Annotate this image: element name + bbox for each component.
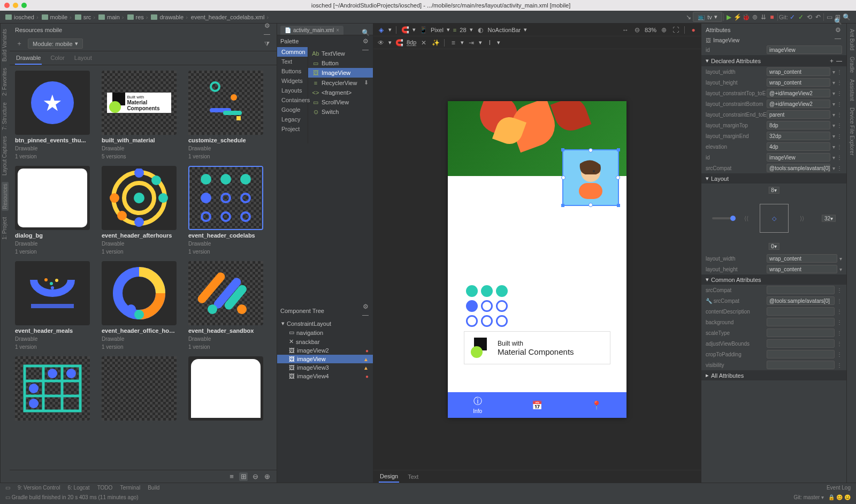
attr-field[interactable] bbox=[767, 286, 835, 294]
attr-field[interactable] bbox=[767, 307, 835, 316]
profiler-icon[interactable]: ⊚ bbox=[751, 13, 759, 21]
guidelines-icon[interactable]: I bbox=[485, 39, 494, 47]
breadcrumb-item[interactable]: res bbox=[127, 14, 150, 20]
gutter-gradle[interactable]: Gradle bbox=[848, 57, 855, 73]
resource-card[interactable]: dialog_bgDrawable1 version bbox=[15, 166, 95, 255]
resource-card[interactable] bbox=[188, 356, 269, 429]
palette-item[interactable]: ▭Button bbox=[308, 58, 373, 68]
status-item[interactable]: TODO bbox=[97, 485, 113, 491]
status-item[interactable]: 9: Version Control bbox=[18, 485, 60, 491]
layers-icon[interactable]: ◈ bbox=[377, 26, 385, 34]
zoom-in-icon[interactable]: ⊕ bbox=[660, 26, 668, 34]
attr-field[interactable]: @+id/imageView2 bbox=[767, 89, 830, 97]
layout-height-field[interactable]: wrap_content bbox=[767, 265, 837, 273]
breadcrumb-item[interactable]: main bbox=[98, 14, 126, 20]
clear-constraints-icon[interactable]: ✕ bbox=[419, 39, 428, 47]
tab-text[interactable]: Text bbox=[407, 471, 419, 482]
nav-info[interactable]: ⓘInfo bbox=[448, 392, 507, 418]
resource-grid[interactable]: ★btn_pinned_events_thu...Drawable1 versi… bbox=[10, 65, 277, 470]
infer-icon[interactable]: ✨ bbox=[431, 39, 440, 47]
attr-field[interactable] bbox=[767, 318, 835, 326]
add-icon[interactable]: ＋ bbox=[15, 40, 24, 48]
palette-item[interactable]: 🖼ImageView bbox=[308, 68, 373, 78]
breadcrumb-item[interactable]: mobile bbox=[42, 14, 74, 20]
git-revert-icon[interactable]: ↶ bbox=[814, 13, 822, 21]
section-declared[interactable]: ▾ Declared Attributes＋ ― bbox=[701, 55, 846, 66]
attr-field[interactable] bbox=[767, 350, 835, 358]
resource-card[interactable]: customize_scheduleDrawable1 version bbox=[188, 71, 269, 159]
resource-card[interactable]: event_header_mealsDrawable1 version bbox=[15, 261, 95, 350]
resource-card[interactable]: event_header_afterhoursDrawable1 version bbox=[102, 166, 182, 255]
orientation-icon[interactable]: 🧲 bbox=[401, 26, 409, 34]
resource-card[interactable]: Built withMaterial Componentsbuilt_with_… bbox=[102, 71, 182, 159]
constraint-widget[interactable]: ◇ ⟨⟨ ⟩⟩ 8 ▾ 32 ▾ 0 ▾ bbox=[701, 184, 846, 253]
tree-item[interactable]: 🖼 imageView2● bbox=[277, 346, 373, 355]
zoom-in-icon[interactable]: ⊕ bbox=[263, 472, 271, 481]
palette-cat-text[interactable]: Text bbox=[277, 57, 308, 66]
section-all[interactable]: ▸ All Attributes bbox=[701, 370, 846, 380]
breadcrumb-item[interactable]: iosched bbox=[5, 14, 41, 20]
attr-field[interactable]: @tools:sample/avatars[0] bbox=[767, 164, 830, 172]
attr-field[interactable] bbox=[767, 361, 835, 369]
git-pull-icon[interactable]: ✓ bbox=[788, 13, 797, 21]
breadcrumb-item[interactable]: event_header_codelabs.xml bbox=[191, 14, 271, 20]
gutter-ant-build[interactable]: Ant Build bbox=[848, 29, 855, 50]
breadcrumb-item[interactable]: drawable bbox=[151, 14, 189, 20]
gear-icon[interactable]: ⚙ bbox=[361, 37, 370, 45]
tab-layout[interactable]: Layout bbox=[73, 51, 93, 65]
resource-card[interactable]: event_header_codelabsDrawable1 version bbox=[188, 166, 269, 255]
git-history-icon[interactable]: ⟲ bbox=[805, 13, 814, 21]
pack-icon[interactable]: ⇥ bbox=[467, 39, 476, 47]
tab-design[interactable]: Design bbox=[379, 471, 399, 483]
status-item[interactable]: 6: Logcat bbox=[68, 485, 90, 491]
attr-field[interactable]: 4dp bbox=[767, 142, 830, 151]
tree-item[interactable]: 🖼 imageView3▲ bbox=[277, 363, 373, 372]
align-icon[interactable]: ≡ bbox=[449, 39, 457, 47]
git-commit-icon[interactable]: ✓ bbox=[797, 13, 805, 21]
filter-icon[interactable]: ⧩ bbox=[263, 40, 271, 48]
gear-icon[interactable]: ⚙ bbox=[263, 21, 271, 30]
device-icon[interactable]: 📱 bbox=[419, 26, 427, 34]
magnet-icon[interactable]: 🧲 bbox=[395, 39, 403, 47]
layout-width-field[interactable]: wrap_content bbox=[767, 254, 837, 263]
attr-field[interactable] bbox=[767, 329, 835, 337]
gear-icon[interactable]: ⚙ bbox=[361, 302, 370, 311]
gutter-structure[interactable]: 7: Structure bbox=[2, 102, 9, 130]
fit-icon[interactable]: ⛶ bbox=[671, 26, 680, 34]
attr-field[interactable]: wrap_content bbox=[767, 67, 830, 76]
id-field[interactable]: imageView bbox=[767, 45, 842, 54]
palette-cat-widgets[interactable]: Widgets bbox=[277, 76, 308, 86]
attr-field[interactable]: 8dp bbox=[767, 121, 830, 129]
zoom-out-icon[interactable]: ⊖ bbox=[251, 472, 259, 481]
nav-location[interactable]: 📍 bbox=[567, 392, 626, 418]
breadcrumb-item[interactable]: src bbox=[75, 14, 97, 20]
window-min-dot[interactable] bbox=[13, 3, 18, 8]
palette-cat-layouts[interactable]: Layouts bbox=[277, 86, 308, 95]
close-icon[interactable]: × bbox=[336, 27, 339, 33]
search-icon[interactable]: 🔍 bbox=[842, 13, 851, 21]
device-preview[interactable]: 32 Built withMaterial Components ⓘInfo 📅… bbox=[448, 101, 626, 418]
section-layout[interactable]: ▾ Layout bbox=[701, 173, 846, 184]
resource-card[interactable] bbox=[102, 356, 182, 429]
bottom-nav[interactable]: ⓘInfo 📅 📍 bbox=[448, 392, 626, 418]
palette-item[interactable]: ▭ScrollView bbox=[308, 97, 373, 107]
gear-icon[interactable]: ⚙ bbox=[834, 26, 842, 34]
grid-view-icon[interactable]: ⊞ bbox=[239, 472, 248, 481]
gutter-project[interactable]: 1: Project bbox=[2, 217, 9, 240]
resource-card[interactable]: event_header_sandboxDrawable1 version bbox=[188, 261, 269, 350]
view-options-icon[interactable]: 👁 bbox=[377, 39, 385, 47]
palette-item[interactable]: AbTextView bbox=[308, 49, 373, 58]
pan-icon[interactable]: ↔ bbox=[621, 26, 630, 34]
search-icon[interactable]: 🔍 bbox=[361, 28, 370, 37]
gutter-resources[interactable]: Resources bbox=[2, 182, 9, 211]
tree-item[interactable]: 🖼 imageView▲ bbox=[277, 355, 373, 363]
attr-field[interactable]: imageView bbox=[767, 153, 830, 162]
tab-drawable[interactable]: Drawable bbox=[15, 51, 42, 65]
palette-item[interactable]: <><fragment> bbox=[308, 88, 373, 97]
avd-icon[interactable]: ▭ bbox=[825, 13, 834, 21]
status-item[interactable]: Terminal bbox=[120, 485, 140, 491]
device-select[interactable]: 📺 tv ▾ bbox=[693, 12, 722, 22]
list-view-icon[interactable]: ≡ bbox=[227, 472, 236, 481]
arrow-icon[interactable]: ↘ bbox=[684, 13, 693, 21]
zoom-out-icon[interactable]: ⊖ bbox=[633, 26, 641, 34]
